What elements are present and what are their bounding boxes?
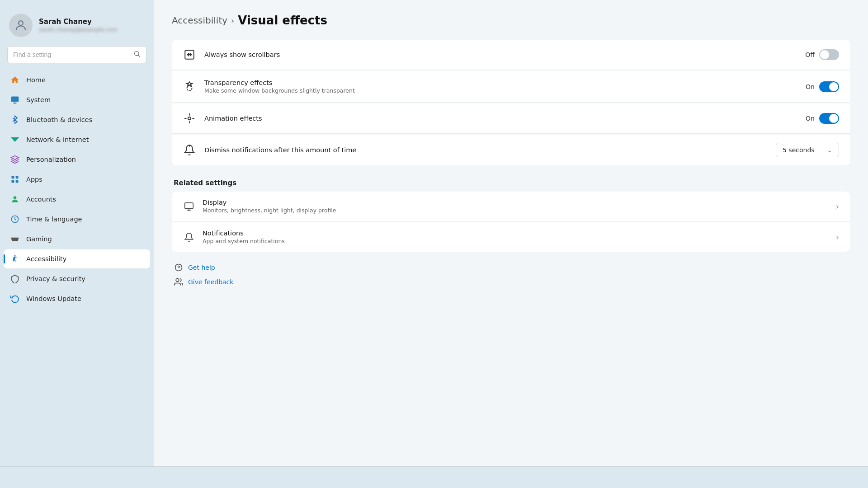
scrollbars-label: Always show scrollbars: [204, 51, 797, 58]
give-feedback-link[interactable]: Give feedback: [174, 277, 850, 287]
related-row-display[interactable]: Display Monitors, brightness, night ligh…: [172, 192, 850, 221]
sidebar-item-bluetooth-label: Bluetooth & devices: [26, 116, 92, 123]
transparency-toggle[interactable]: [819, 81, 839, 92]
user-name: Sarah Chaney: [39, 18, 118, 26]
sidebar-item-home-label: Home: [26, 76, 46, 84]
give-feedback-label: Give feedback: [188, 278, 233, 286]
svg-point-0: [19, 21, 23, 25]
svg-point-10: [14, 196, 17, 199]
setting-row-transparency: Transparency effects Make some window ba…: [172, 71, 850, 103]
personalization-icon: [10, 155, 20, 164]
scrollbars-control: Off: [805, 49, 839, 60]
notification-time-value: 5 seconds: [783, 146, 815, 154]
animation-label: Animation effects: [204, 115, 797, 122]
search-box[interactable]: [7, 46, 146, 63]
sidebar-item-accounts-label: Accounts: [26, 196, 56, 203]
display-icon: [183, 200, 195, 213]
sidebar-item-accessibility-label: Accessibility: [26, 255, 66, 263]
svg-rect-7: [16, 176, 19, 179]
sidebar-item-personalization[interactable]: Personalization: [4, 150, 150, 169]
footer-links: Get help Give feedback: [172, 263, 850, 287]
svg-point-12: [16, 239, 17, 239]
sidebar-item-home[interactable]: Home: [4, 70, 150, 89]
related-settings-title: Related settings: [172, 179, 850, 187]
sidebar-item-time-label: Time & language: [26, 216, 82, 223]
main-content: Accessibility › Visual effects Always sh…: [154, 0, 868, 466]
system-icon: [10, 95, 20, 105]
user-info: Sarah Chaney sarah.chaney@example.com: [39, 18, 118, 33]
sidebar-item-network[interactable]: Network & internet: [4, 130, 150, 149]
notification-time-icon: [183, 143, 196, 157]
sidebar-item-system-label: System: [26, 96, 51, 103]
breadcrumb-separator: ›: [231, 16, 234, 25]
sidebar-item-accessibility[interactable]: Accessibility: [4, 249, 150, 268]
animation-toggle-thumb: [829, 114, 838, 123]
related-display-text: Display Monitors, brightness, night ligh…: [203, 199, 829, 214]
sidebar: Sarah Chaney sarah.chaney@example.com: [0, 0, 154, 466]
setting-row-scrollbars: Always show scrollbars Off: [172, 40, 850, 70]
scrollbars-toggle[interactable]: [819, 49, 839, 60]
svg-line-2: [138, 55, 140, 57]
breadcrumb-parent[interactable]: Accessibility: [172, 15, 227, 26]
home-icon: [10, 75, 20, 85]
svg-rect-9: [16, 180, 19, 183]
user-section: Sarah Chaney sarah.chaney@example.com: [0, 9, 154, 46]
nav-items: Home System Bluetooth & devices: [0, 70, 154, 308]
related-settings-section: Related settings Display Monitors, brigh…: [172, 179, 850, 252]
apps-icon: [10, 174, 20, 184]
notifications-chevron-icon: ›: [836, 232, 839, 242]
animation-toggle-label: On: [806, 115, 815, 122]
animation-text: Animation effects: [204, 115, 797, 122]
privacy-icon: [10, 274, 20, 284]
sidebar-item-system[interactable]: System: [4, 90, 150, 109]
related-display-desc: Monitors, brightness, night light, displ…: [203, 207, 829, 214]
accessibility-icon: [10, 254, 20, 264]
sidebar-item-apps[interactable]: Apps: [4, 170, 150, 189]
taskbar: [0, 466, 868, 488]
give-feedback-icon: [174, 277, 184, 287]
transparency-icon: [183, 80, 196, 94]
sidebar-item-bluetooth[interactable]: Bluetooth & devices: [4, 110, 150, 129]
transparency-text: Transparency effects Make some window ba…: [204, 79, 797, 94]
search-container: [0, 46, 154, 70]
transparency-label: Transparency effects: [204, 79, 797, 86]
related-notifications-label: Notifications: [203, 230, 829, 237]
related-row-notifications[interactable]: Notifications App and system notificatio…: [172, 222, 850, 252]
sidebar-item-update[interactable]: Windows Update: [4, 289, 150, 308]
sidebar-item-time[interactable]: Time & language: [4, 210, 150, 229]
user-email: sarah.chaney@example.com: [39, 27, 118, 33]
sidebar-item-apps-label: Apps: [26, 176, 42, 183]
sidebar-item-gaming[interactable]: Gaming: [4, 230, 150, 249]
get-help-link[interactable]: Get help: [174, 263, 850, 272]
animation-toggle[interactable]: [819, 113, 839, 124]
display-chevron-icon: ›: [836, 202, 839, 211]
breadcrumb: Accessibility › Visual effects: [172, 14, 850, 27]
svg-point-28: [176, 279, 179, 282]
sidebar-item-privacy-label: Privacy & security: [26, 275, 85, 282]
get-help-icon: [174, 263, 184, 272]
gaming-icon: [10, 234, 20, 244]
sidebar-item-accounts[interactable]: Accounts: [4, 190, 150, 209]
sidebar-item-privacy[interactable]: Privacy & security: [4, 269, 150, 288]
sidebar-item-network-label: Network & internet: [26, 136, 89, 143]
search-input[interactable]: [13, 51, 130, 58]
accounts-icon: [10, 194, 20, 204]
svg-point-13: [14, 255, 15, 257]
scrollbars-toggle-label: Off: [805, 51, 815, 58]
update-icon: [10, 294, 20, 304]
settings-list: Always show scrollbars Off: [172, 40, 850, 165]
svg-rect-8: [12, 180, 14, 183]
related-notifications-text: Notifications App and system notificatio…: [203, 230, 829, 244]
animation-control: On: [806, 113, 839, 124]
scrollbars-icon: [183, 48, 196, 61]
notification-time-dropdown[interactable]: 5 seconds ⌄: [776, 143, 839, 157]
chevron-down-icon: ⌄: [827, 146, 832, 154]
breadcrumb-current: Visual effects: [238, 14, 327, 27]
svg-rect-23: [185, 202, 193, 208]
search-icon: [133, 50, 141, 59]
svg-rect-3: [11, 97, 19, 102]
notification-time-text: Dismiss notifications after this amount …: [204, 146, 768, 154]
setting-row-notifications: Dismiss notifications after this amount …: [172, 135, 850, 165]
sidebar-item-update-label: Windows Update: [26, 295, 81, 302]
time-icon: [10, 214, 20, 224]
